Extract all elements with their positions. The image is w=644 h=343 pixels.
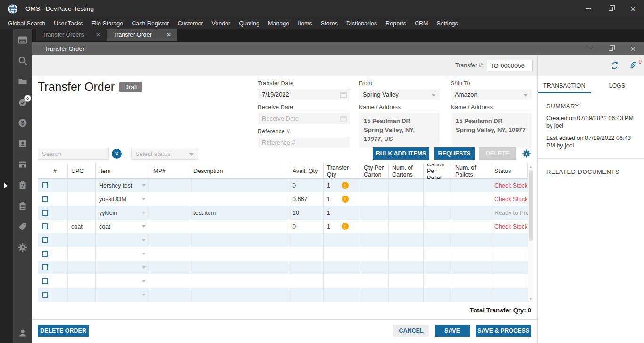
cell-qty-per-carton[interactable] (360, 220, 389, 233)
minimize-icon[interactable] (577, 0, 600, 17)
menu-item-manage[interactable]: Manage (264, 17, 293, 29)
cell-num-pallets[interactable] (452, 192, 491, 206)
row-checkbox[interactable] (42, 278, 48, 284)
table-scrollbar[interactable]: ▲ ▼ (528, 164, 533, 302)
cell-mp[interactable] (150, 288, 190, 302)
save-and-process-button[interactable]: SAVE & PROCESS (476, 325, 531, 337)
receive-date-input[interactable]: Receive Date (258, 113, 350, 124)
cell-mp[interactable] (150, 206, 190, 220)
cell-qty-per-carton[interactable] (360, 247, 389, 261)
refresh-icon[interactable] (610, 61, 619, 70)
cell-carton-per-pallet[interactable] (424, 247, 452, 261)
requests-button[interactable]: REQUESTS (434, 147, 475, 160)
cell-transfer-qty[interactable]: 1 (324, 206, 360, 220)
cell-mp[interactable] (150, 274, 190, 288)
cell-transfer-qty[interactable]: 1! (324, 192, 360, 206)
row-checkbox[interactable] (42, 196, 48, 202)
cell-upc[interactable] (68, 179, 96, 192)
cell-upc[interactable] (68, 206, 96, 220)
cell-carton-per-pallet[interactable] (424, 220, 452, 233)
cell-num-cartons[interactable] (389, 206, 424, 220)
contact-card-icon[interactable] (17, 139, 28, 149)
cell-num-cartons[interactable] (389, 274, 424, 288)
cell-upc[interactable] (68, 288, 96, 302)
menu-item-customer[interactable]: Customer (173, 17, 207, 29)
inner-close-icon[interactable]: ✕ (622, 42, 644, 55)
item-dropdown-icon[interactable] (142, 212, 146, 214)
cell-transfer-qty[interactable] (324, 261, 360, 274)
cell-transfer-qty[interactable]: 1! (324, 179, 360, 192)
menu-item-global-search[interactable]: Global Search (4, 17, 50, 29)
cell-item[interactable] (96, 261, 150, 274)
tab-close-icon[interactable]: ✕ (165, 32, 173, 38)
save-button[interactable]: SAVE (435, 325, 470, 337)
cancel-button[interactable]: CANCEL (393, 325, 429, 337)
panel-tab-logs[interactable]: LOGS (591, 76, 644, 93)
cell-mp[interactable] (150, 233, 190, 247)
folder-icon[interactable] (17, 76, 28, 87)
cell-description[interactable] (190, 192, 289, 206)
menu-item-cash-register[interactable]: Cash Register (127, 17, 173, 29)
row-checkbox[interactable] (42, 210, 48, 216)
cell-qty-per-carton[interactable] (360, 288, 389, 302)
cell-qty-per-carton[interactable] (360, 274, 389, 288)
menu-item-file-storage[interactable]: File Storage (87, 17, 127, 29)
cell-description[interactable] (190, 179, 289, 192)
row-checkbox[interactable] (42, 237, 48, 243)
cell-description[interactable] (190, 233, 289, 247)
gear-icon[interactable] (17, 242, 28, 253)
cell-num-cartons[interactable] (389, 179, 424, 192)
cell-transfer-qty[interactable]: 1! (324, 220, 360, 233)
menu-item-crm[interactable]: CRM (410, 17, 432, 29)
cell-description[interactable]: test item (190, 206, 289, 220)
cell-description[interactable] (190, 274, 289, 288)
cell-num-cartons[interactable] (389, 247, 424, 261)
cell-transfer-qty[interactable] (324, 288, 360, 302)
menu-item-stores[interactable]: Stores (317, 17, 342, 29)
grid-settings-gear-icon[interactable] (522, 149, 531, 158)
cell-carton-per-pallet[interactable] (424, 179, 452, 192)
cell-description[interactable] (190, 261, 289, 274)
item-dropdown-icon[interactable] (142, 266, 146, 269)
cell-carton-per-pallet[interactable] (424, 288, 452, 302)
cell-num-pallets[interactable] (452, 274, 491, 288)
cell-qty-per-carton[interactable] (360, 261, 389, 274)
cell-item[interactable]: yyklein (96, 206, 150, 220)
cell-item[interactable] (96, 233, 150, 247)
cell-num-cartons[interactable] (389, 288, 424, 302)
search-input[interactable] (38, 148, 109, 160)
from-select[interactable]: Spring Valley (359, 89, 440, 100)
dashboard-icon[interactable] (17, 35, 28, 45)
menu-item-user-tasks[interactable]: User Tasks (50, 17, 87, 29)
cell-num-pallets[interactable] (452, 220, 491, 233)
cell-carton-per-pallet[interactable] (424, 192, 452, 206)
item-dropdown-icon[interactable] (142, 184, 146, 187)
transfer-date-input[interactable]: 7/19/2022 (258, 89, 350, 100)
cell-carton-per-pallet[interactable] (424, 233, 452, 247)
row-checkbox[interactable] (42, 264, 48, 270)
cell-num-pallets[interactable] (452, 233, 491, 247)
cell-carton-per-pallet[interactable] (424, 206, 452, 220)
menu-item-quoting[interactable]: Quoting (234, 17, 264, 29)
cell-qty-per-carton[interactable] (360, 192, 389, 206)
cell-upc[interactable] (68, 274, 96, 288)
menu-item-items[interactable]: Items (293, 17, 317, 29)
cell-item[interactable] (96, 274, 150, 288)
transfer-number-input[interactable] (487, 60, 533, 71)
status-filter-select[interactable]: Select status (131, 148, 198, 160)
cell-num-cartons[interactable] (389, 220, 424, 233)
cell-num-pallets[interactable] (452, 179, 491, 192)
item-dropdown-icon[interactable] (142, 198, 146, 200)
cell-item[interactable] (96, 288, 150, 302)
cell-mp[interactable] (150, 192, 190, 206)
cell-num-pallets[interactable] (452, 247, 491, 261)
row-checkbox[interactable] (42, 223, 48, 229)
tab-close-icon[interactable]: ✕ (94, 32, 102, 38)
cell-description[interactable] (190, 220, 289, 233)
item-dropdown-icon[interactable] (142, 239, 146, 241)
cell-upc[interactable] (68, 247, 96, 261)
row-checkbox[interactable] (42, 251, 48, 257)
cell-num-cartons[interactable] (389, 261, 424, 274)
scroll-up-icon[interactable]: ▲ (528, 164, 533, 170)
item-dropdown-icon[interactable] (142, 253, 146, 255)
